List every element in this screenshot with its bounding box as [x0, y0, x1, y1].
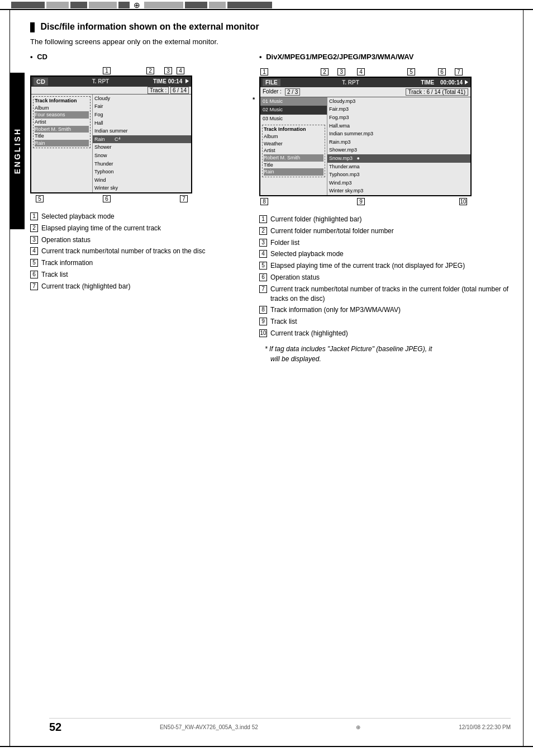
cd-time-label: TIME 00:14 — [153, 78, 189, 84]
divx-footnote: * If tag data includes "Jacket Picture" … — [265, 344, 516, 364]
divx-time: TIME 00:00:14 — [421, 79, 468, 86]
cd-left-panel: Track Information Album Four seasons Art… — [31, 94, 93, 192]
page-number: 52 — [49, 721, 61, 734]
divx-screen: FILE T. RPT TIME 00:00:14 Folder : 2 / 3… — [259, 77, 472, 196]
divx-num-1: 1 — [260, 68, 268, 75]
track-item-fair: Fair — [93, 102, 191, 111]
divx-legend: 1 Current folder (highlighted bar) 2 Cur… — [259, 215, 516, 338]
track-item-indian: Indian summer — [93, 127, 191, 135]
divx-track-fair: Fair.mp3 — [327, 105, 470, 114]
track-info-section: Track Information Album Four seasons Art… — [33, 96, 91, 149]
divx-num-2: 2 — [321, 68, 329, 75]
divx-section: • DivX/MPEG1/MPEG2/JPEG/MP3/WMA/WAV 1 2 … — [259, 53, 516, 364]
cd-legend-item-5: 5 Track information — [30, 258, 242, 268]
divx-track-thunder: Thunder.wma — [327, 163, 470, 171]
bar4 — [89, 2, 117, 8]
divx-mode-box: FILE — [263, 79, 280, 86]
divx-num-4: 4 — [357, 68, 365, 75]
page-border-bottom — [0, 746, 533, 756]
cd-top-numbers: 1 2 3 4 — [30, 64, 192, 75]
num-label-7: 7 — [180, 195, 188, 202]
footer-crosshair: ⊕ — [356, 724, 360, 730]
section-header: Disc/file information shown on the exter… — [30, 21, 516, 46]
folder-item-01: 01 Music — [260, 97, 327, 106]
cd-playback-mode: T. RPT — [92, 78, 110, 84]
cd-mode-box: CD — [34, 78, 48, 86]
divx-top-numbers: 1 2 3 4 5 6 7 — [259, 65, 477, 77]
num-label-6: 6 — [103, 195, 111, 202]
cd-bottom-numbers: 5 6 7 — [30, 194, 192, 205]
divx-legend-item-6: 6 Operation status — [259, 273, 516, 282]
top-decoration-bars: ⊕ — [11, 1, 522, 9]
divx-legend-item-8: 8 Track information (only for MP3/WMA/WA… — [259, 305, 516, 315]
page-border-left — [0, 10, 10, 746]
divx-title-value: Rain — [264, 168, 323, 176]
cd-legend-item-4: 4 Current track number/total number of t… — [30, 247, 242, 256]
num-label-3: 3 — [164, 67, 172, 74]
cd-legend: 1 Selected playback mode 2 Elapsed playi… — [30, 212, 242, 291]
cd-title-label: Title — [35, 133, 89, 140]
divx-track-snow: Snow.mp3 ● — [327, 154, 470, 163]
divx-playback-mode: T. RPT — [342, 79, 359, 86]
divx-track-cloudy: Cloudy.mp3 — [327, 97, 470, 106]
divx-num-8: 8 — [260, 198, 268, 205]
divx-screen-container: 1 2 3 4 5 6 7 FILE T. RPT TIME 00:00:14 — [259, 65, 516, 208]
crosshair-icon: ⊕ — [131, 1, 142, 9]
track-info-title: Track Information — [35, 98, 89, 103]
bar6 — [144, 2, 183, 8]
cd-legend-item-7: 7 Current track (highlighted bar) — [30, 282, 242, 291]
cd-legend-item-6: 6 Track list — [30, 270, 242, 280]
num-label-1: 1 — [103, 67, 111, 74]
page-number-container: 52 — [49, 721, 61, 734]
track-item-winter: Winter sky — [93, 184, 191, 192]
divx-track-shower: Shower.mp3 — [327, 146, 470, 154]
divx-num-3: 3 — [337, 68, 345, 75]
divx-track-wind: Wind.mp3 — [327, 179, 470, 187]
cd-legend-item-2: 2 Elapsed playing time of the current tr… — [30, 224, 242, 233]
cd-legend-item-1: 1 Selected playback mode — [30, 212, 242, 221]
main-content: Disc/file information shown on the exter… — [25, 10, 522, 746]
section-title: Disc/file information shown on the exter… — [30, 21, 516, 33]
cd-artist-value: Robert M. Smith — [35, 126, 89, 133]
divx-track-rain: Rain.mp3 — [327, 138, 470, 147]
cd-legend-item-3: 3 Operation status — [30, 235, 242, 245]
language-label: ENGLISH — [13, 127, 22, 174]
track-item-fog: Fog — [93, 111, 191, 119]
divx-track-winter: Winter sky.mp3 — [327, 187, 470, 195]
page-border-right — [523, 10, 533, 746]
num-label-4: 4 — [177, 67, 184, 74]
divx-track-indian: Indian summer.mp3 — [327, 130, 470, 138]
divx-album-label: Album — [264, 133, 323, 140]
divx-artist-value: Robert M. Smith — [264, 154, 323, 162]
divx-num-5: 5 — [407, 68, 415, 75]
divx-legend-item-3: 3 Folder list — [259, 238, 516, 248]
language-sidebar: ENGLISH — [10, 73, 25, 229]
bar8 — [209, 2, 226, 8]
footer-filename: EN50-57_KW-AVX726_005A_3.indd 52 — [160, 724, 258, 730]
folder-item-02: 02 Music — [260, 106, 327, 115]
divx-weather-label: Weather — [264, 140, 323, 148]
cd-album-label: Album — [35, 105, 89, 112]
divx-bottom-numbers: 8 9 10 — [259, 197, 477, 208]
cd-label: • CD — [30, 53, 242, 61]
divx-artist-label: Artist — [264, 147, 323, 154]
divx-track-hall: Hall.wma — [327, 122, 470, 130]
cd-track-row: Track : 6 / 14 — [31, 87, 191, 94]
divx-num-10: 10 — [459, 198, 467, 205]
divx-track-info-box: Track Information Album Weather Artist R… — [262, 125, 325, 177]
cd-track-list: Cloudy Fair Fog Hall Indian summer Rain … — [93, 94, 191, 192]
divx-header: FILE T. RPT TIME 00:00:14 — [260, 78, 470, 87]
cd-screen-container: 1 2 3 4 CD T. RPT TIME 00:14 — [30, 64, 242, 205]
divx-legend-item-1: 1 Current folder (highlighted bar) — [259, 215, 516, 224]
track-item-snow: Snow — [93, 152, 191, 160]
divx-legend-item-2: 2 Current folder number/total folder num… — [259, 226, 516, 236]
track-item-wind: Wind — [93, 176, 191, 185]
asterisk-marker: * — [253, 96, 255, 103]
cd-body: Track Information Album Four seasons Art… — [31, 94, 191, 192]
divx-play-icon — [465, 80, 468, 84]
divx-title: • DivX/MPEG1/MPEG2/JPEG/MP3/WMA/WAV — [259, 53, 516, 61]
divx-track-num: Track : 6 / 14 (Total 41) — [406, 88, 468, 96]
divx-body: 01 Music 02 Music 03 Music Track Informa… — [260, 97, 470, 195]
divx-num-7: 7 — [455, 68, 463, 75]
divx-title-label: Title — [264, 162, 323, 169]
